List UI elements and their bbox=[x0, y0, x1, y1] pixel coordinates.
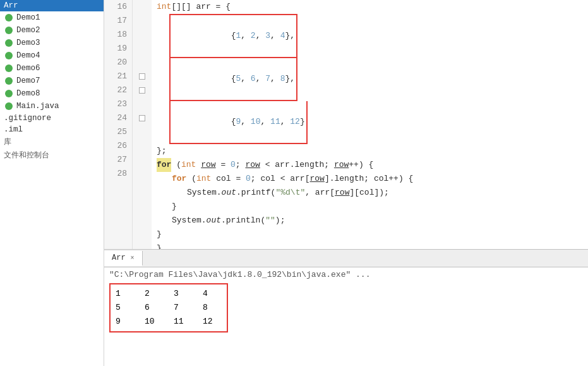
gutter bbox=[133, 0, 152, 249]
code-line-18: {5, 6, 7, 8}, bbox=[157, 58, 588, 101]
code-lines[interactable]: int[][] arr = { {1, 2, 3, 4}, {5, 6, 7, … bbox=[152, 0, 588, 249]
c1-4: 4 bbox=[203, 287, 222, 301]
sidebar-item-demo4[interactable]: Demo4 bbox=[0, 49, 104, 62]
circle-icon-demo8 bbox=[4, 88, 14, 99]
console-tab-bar: Arr × bbox=[104, 250, 588, 267]
code-line-21: for (int row = 0; row < arr.length; row+… bbox=[157, 158, 588, 172]
sidebar-item-demo3[interactable]: Demo3 bbox=[0, 37, 104, 49]
sidebar-item-arr[interactable]: Arr bbox=[0, 0, 104, 11]
console-row-3: 9 10 11 12 bbox=[116, 315, 222, 329]
c3-1: 9 bbox=[116, 315, 135, 329]
console-output-box: 1 2 3 4 5 6 7 8 9 10 11 bbox=[109, 283, 228, 332]
demo6-label: Demo6 bbox=[16, 64, 40, 73]
demo8-label: Demo8 bbox=[16, 89, 40, 98]
c2-1: 5 bbox=[116, 301, 135, 315]
gutter-row-27 bbox=[133, 153, 152, 167]
library-label: 库 bbox=[0, 135, 104, 149]
circle-icon-demo4 bbox=[4, 51, 14, 61]
code-line-27: } bbox=[157, 241, 588, 249]
main-java-label: Main.java bbox=[16, 102, 59, 111]
gutter-row-20 bbox=[133, 56, 152, 70]
fold-arrow-21[interactable] bbox=[139, 73, 145, 80]
demo4-label: Demo4 bbox=[16, 51, 40, 60]
circle-icon-demo7 bbox=[4, 76, 14, 86]
line-numbers: 16 17 18 19 20 21 22 23 24 25 26 27 28 bbox=[104, 0, 133, 249]
for-keyword-22: for bbox=[172, 172, 186, 186]
circle-icon-demo6 bbox=[4, 63, 14, 73]
circle-icon-demo2 bbox=[4, 25, 14, 35]
gutter-row-16 bbox=[133, 0, 152, 14]
gutter-row-22[interactable] bbox=[133, 83, 152, 97]
gutter-row-23 bbox=[133, 97, 152, 111]
circle-icon-demo3 bbox=[4, 38, 14, 48]
gutter-row-19 bbox=[133, 42, 152, 56]
array-highlight-box-2: {5, 6, 7, 8}, bbox=[169, 58, 297, 101]
console-path-line: "C:\Program Files\Java\jdk1.8.0_192\bin\… bbox=[109, 270, 583, 279]
c3-3: 11 bbox=[174, 315, 193, 329]
sidebar-item-main-java[interactable]: Main.java bbox=[0, 100, 104, 113]
fold-arrow-22[interactable] bbox=[139, 87, 145, 94]
sidebar-item-demo8[interactable]: Demo8 bbox=[0, 87, 104, 100]
sidebar-item-demo2[interactable]: Demo2 bbox=[0, 24, 104, 37]
code-line-26: } bbox=[157, 228, 588, 241]
array-highlight-box: {1, 2, 3, 4}, bbox=[169, 14, 297, 58]
c1-3: 3 bbox=[174, 287, 193, 301]
console-tab-label: Arr bbox=[112, 253, 126, 262]
console-tab-close[interactable]: × bbox=[131, 255, 135, 262]
code-line-19: {9, 10, 11, 12} bbox=[157, 101, 588, 144]
for-keyword-21: for bbox=[157, 158, 171, 172]
c3-2: 10 bbox=[145, 315, 164, 329]
kw-int: int bbox=[157, 0, 171, 14]
c2-4: 8 bbox=[203, 301, 222, 315]
console-area: Arr × "C:\Program Files\Java\jdk1.8.0_19… bbox=[104, 249, 588, 366]
sidebar: Arr Demo1 Demo2 Demo3 Demo4 Demo6 Demo7 bbox=[0, 0, 104, 366]
code-line-16: int[][] arr = { bbox=[157, 0, 588, 14]
circle-icon-main bbox=[4, 101, 14, 111]
c2-2: 6 bbox=[145, 301, 164, 315]
fold-arrow-24[interactable] bbox=[139, 115, 145, 121]
main-area: Arr Demo1 Demo2 Demo3 Demo4 Demo6 Demo7 bbox=[0, 0, 588, 366]
editor-area: 16 17 18 19 20 21 22 23 24 25 26 27 28 bbox=[104, 0, 588, 366]
code-line-20: }; bbox=[157, 144, 588, 158]
code-line-25: System.out.println(""); bbox=[157, 214, 588, 228]
c2-3: 7 bbox=[174, 301, 193, 315]
code-line-22: for (int col = 0; col < arr[row].length;… bbox=[157, 172, 588, 186]
arr-label: Arr bbox=[4, 1, 18, 10]
file-control-label: 文件和控制台 bbox=[0, 149, 104, 162]
console-body: "C:\Program Files\Java\jdk1.8.0_192\bin\… bbox=[104, 267, 588, 366]
demo1-label: Demo1 bbox=[16, 13, 40, 22]
circle-icon-demo1 bbox=[4, 13, 14, 23]
console-row-1: 1 2 3 4 bbox=[116, 287, 222, 301]
console-row-2: 5 6 7 8 bbox=[116, 301, 222, 315]
sidebar-item-demo6[interactable]: Demo6 bbox=[0, 62, 104, 75]
c3-4: 12 bbox=[203, 315, 222, 329]
gutter-row-18 bbox=[133, 28, 152, 42]
c1-2: 2 bbox=[145, 287, 164, 301]
gutter-row-21[interactable] bbox=[133, 70, 152, 83]
gutter-row-25 bbox=[133, 125, 152, 139]
sidebar-item-gitignore[interactable]: .gitignore bbox=[0, 113, 104, 124]
code-line-17: {1, 2, 3, 4}, bbox=[157, 14, 588, 58]
gutter-row-24[interactable] bbox=[133, 111, 152, 125]
demo2-label: Demo2 bbox=[16, 26, 40, 35]
c1-1: 1 bbox=[116, 287, 135, 301]
gutter-row-28 bbox=[133, 167, 152, 181]
code-line-23: System.out.printf("%d\t", arr[row][col])… bbox=[157, 186, 588, 200]
gitignore-label: .gitignore bbox=[4, 114, 51, 123]
sidebar-item-iml[interactable]: .iml bbox=[0, 124, 104, 135]
console-tab-arr[interactable]: Arr × bbox=[104, 251, 143, 266]
array-highlight-box-3: {9, 10, 11, 12} bbox=[169, 101, 308, 144]
demo3-label: Demo3 bbox=[16, 39, 40, 47]
sidebar-item-demo7[interactable]: Demo7 bbox=[0, 75, 104, 87]
gutter-row-17 bbox=[133, 14, 152, 28]
gutter-row-26 bbox=[133, 139, 152, 153]
demo7-label: Demo7 bbox=[16, 76, 40, 85]
sidebar-item-demo1[interactable]: Demo1 bbox=[0, 11, 104, 24]
code-container: 16 17 18 19 20 21 22 23 24 25 26 27 28 bbox=[104, 0, 588, 249]
code-line-24: } bbox=[157, 200, 588, 214]
iml-label: .iml bbox=[4, 125, 23, 134]
